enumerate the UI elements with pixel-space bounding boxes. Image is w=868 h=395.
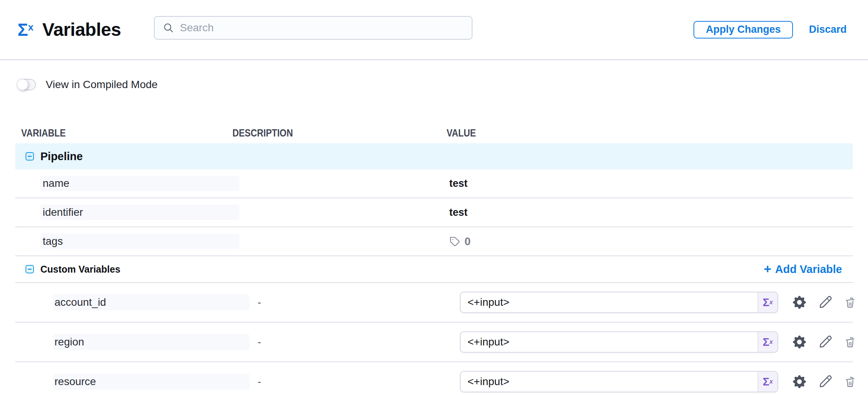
value-cell[interactable]: test — [447, 178, 853, 189]
header-actions: Apply Changes Discard — [693, 0, 847, 59]
tags-count: 0 — [464, 235, 471, 248]
value-cell[interactable]: 0 — [447, 235, 853, 248]
brand: Σx Variables — [18, 0, 121, 59]
value-input-field[interactable] — [461, 372, 757, 392]
add-variable-button[interactable]: + Add Variable — [764, 263, 842, 276]
section-title-custom-variables: Custom Variables — [40, 264, 120, 275]
toggle-knob — [17, 79, 28, 90]
expression-sigma-icon[interactable]: Σx — [757, 332, 777, 352]
page-title: Variables — [42, 19, 121, 40]
edit-pencil-icon[interactable] — [818, 334, 833, 350]
edit-pencil-icon[interactable] — [818, 374, 833, 389]
description-cell: - — [250, 336, 453, 348]
search-box[interactable] — [154, 16, 472, 40]
delete-trash-icon[interactable] — [844, 295, 857, 309]
compiled-mode-row: View in Compiled Mode — [17, 79, 868, 91]
compiled-mode-label: View in Compiled Mode — [46, 79, 158, 91]
expression-sigma-icon[interactable]: Σx — [757, 292, 777, 312]
settings-gear-icon[interactable] — [793, 295, 806, 309]
delete-trash-icon[interactable] — [844, 335, 857, 349]
variable-name-field: region — [53, 334, 250, 350]
discard-button[interactable]: Discard — [809, 24, 847, 35]
value-input[interactable]: Σx — [460, 371, 778, 392]
compiled-mode-toggle[interactable] — [17, 79, 36, 90]
plus-icon: + — [764, 262, 771, 275]
variable-name-field: identifier — [40, 205, 239, 220]
search-icon — [162, 22, 175, 34]
table-row: identifier test — [15, 198, 853, 227]
variables-table: VARIABLE DESCRIPTION VALUE Pipeline name… — [15, 91, 853, 395]
variable-name-field: resource — [53, 374, 250, 390]
table-row: resource - Σx — [15, 362, 853, 395]
column-header-value: VALUE — [447, 127, 796, 139]
value-input-field[interactable] — [461, 332, 757, 352]
settings-gear-icon[interactable] — [793, 375, 806, 389]
settings-gear-icon[interactable] — [793, 335, 806, 349]
value-input[interactable]: Σx — [460, 331, 778, 353]
edit-pencil-icon[interactable] — [818, 295, 833, 310]
table-row: tags 0 — [15, 227, 853, 256]
collapse-icon[interactable] — [26, 265, 34, 273]
variable-name-field: tags — [40, 234, 239, 249]
section-header-custom-variables: Custom Variables + Add Variable — [15, 256, 853, 283]
description-cell: - — [250, 296, 453, 308]
column-header-description: DESCRIPTION — [232, 127, 416, 139]
column-header-variable: VARIABLE — [15, 127, 202, 139]
value-input[interactable]: Σx — [460, 292, 778, 313]
tag-icon — [449, 236, 461, 247]
apply-changes-button[interactable]: Apply Changes — [693, 21, 793, 39]
sigma-variables-icon: Σx — [18, 21, 33, 39]
table-header-row: VARIABLE DESCRIPTION VALUE — [15, 123, 853, 143]
variable-name-field: account_id — [53, 294, 250, 310]
table-row: name test — [15, 169, 853, 198]
section-header-pipeline: Pipeline — [15, 143, 853, 169]
delete-trash-icon[interactable] — [844, 375, 857, 389]
value-cell[interactable]: test — [447, 207, 853, 218]
variable-name-field: name — [40, 176, 239, 191]
expression-sigma-icon[interactable]: Σx — [757, 372, 777, 392]
table-row: region - Σx — [15, 323, 853, 362]
collapse-icon[interactable] — [26, 152, 34, 161]
table-row: account_id - Σx — [15, 283, 853, 323]
value-input-field[interactable] — [461, 292, 757, 312]
search-input[interactable] — [180, 22, 464, 34]
header-bar: Σx Variables Apply Changes Discard — [0, 0, 868, 60]
description-cell: - — [250, 376, 453, 388]
section-title-pipeline: Pipeline — [40, 150, 83, 163]
